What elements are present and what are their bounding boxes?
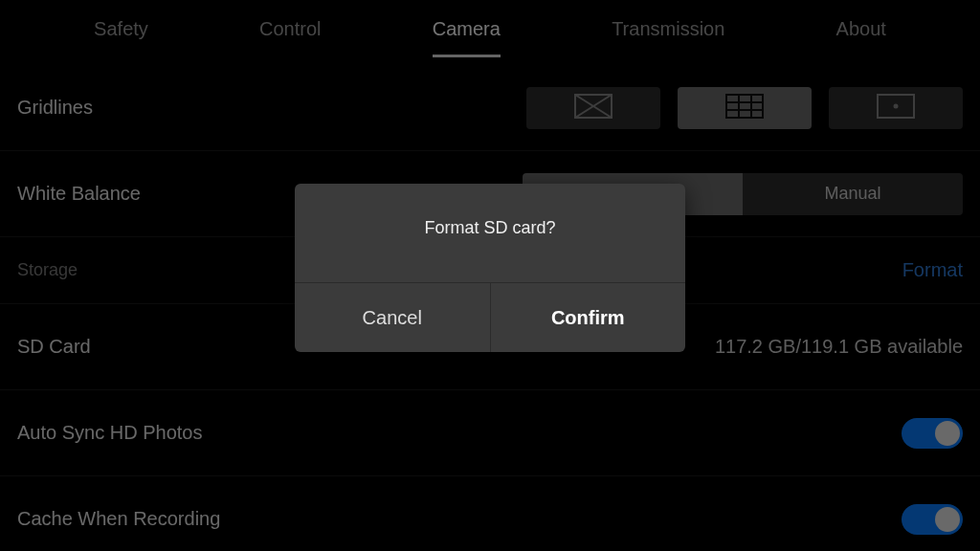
cancel-button[interactable]: Cancel — [295, 283, 490, 352]
confirm-button[interactable]: Confirm — [490, 283, 686, 352]
format-sd-dialog: Format SD card? Cancel Confirm — [295, 184, 685, 352]
modal-overlay: Format SD card? Cancel Confirm — [0, 0, 980, 551]
dialog-message: Format SD card? — [295, 184, 685, 283]
dialog-actions: Cancel Confirm — [295, 283, 685, 352]
